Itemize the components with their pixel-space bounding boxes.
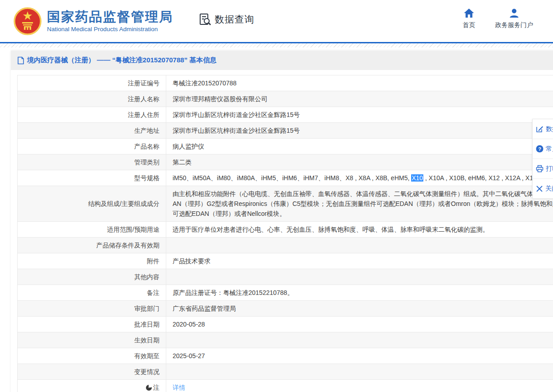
breadcrumb: 境内医疗器械（注册） —— “粤械注准20152070788” 基本信息 <box>11 51 553 70</box>
org-name-cn: 国家药品监督管理局 <box>47 9 173 24</box>
row-value: 病人监护仪 <box>166 139 553 154</box>
row-label-text: 注 <box>153 384 159 391</box>
table-row: 有效期至2025-05-27 <box>18 348 553 364</box>
stripe-band <box>0 43 553 47</box>
org-name-en: National Medical Products Administration <box>47 26 173 33</box>
data-query-icon <box>198 13 212 26</box>
row-value: 原产品注册证号：粤械注准20152210788。 <box>166 285 553 301</box>
row-value: 产品技术要求 <box>166 253 553 269</box>
note-circle-icon <box>146 385 152 391</box>
row-label: 注册人名称 <box>18 91 166 107</box>
table-row: 注册人住所深圳市坪山新区坑梓街道金沙社区金辉路15号 <box>18 107 553 123</box>
row-value: iM50、iM50A、iM80、iM80A、iHM5、iHM6、iHM7、iHM… <box>166 170 553 186</box>
row-label: 产品储存条件及有效期 <box>18 238 166 253</box>
table-row: 产品储存条件及有效期 <box>18 238 553 253</box>
table-row: 注详情 <box>18 380 553 392</box>
row-label: 型号规格 <box>18 170 166 186</box>
side-panel-label: 数据 <box>546 125 553 133</box>
row-value <box>166 269 553 285</box>
question-icon: ? <box>536 145 544 153</box>
table-row: 审批部门广东省药品监督管理局 <box>18 301 553 317</box>
side-panel-label: 常见 <box>546 145 553 153</box>
row-label: 生产地址 <box>18 123 166 139</box>
document-icon <box>17 56 24 65</box>
model-text: iM50、iM50A、iM80、iM80A、iHM5、iHM6、iHM7、iHM… <box>173 174 411 182</box>
row-label: 其他内容 <box>18 269 166 285</box>
table-row: 生产地址深圳市坪山新区坑梓街道金沙社区金辉路15号 <box>18 123 553 139</box>
table-row: 变更情况 <box>18 364 553 380</box>
row-label: 批准日期 <box>18 317 166 332</box>
table-row: 适用范围/预期用途适用于医疗单位对患者进行心电、心率、无创血压、脉搏氧饱和度、呼… <box>18 222 553 238</box>
row-value <box>166 364 553 380</box>
detail-table-wrap: 注册证编号粤械注准20152070788注册人名称深圳市理邦精密仪器股份有限公司… <box>17 75 553 392</box>
row-label: 变更情况 <box>18 364 166 380</box>
row-value: 适用于医疗单位对患者进行心电、心率、无创血压、脉搏氧饱和度、呼吸、体温、脉率和呼… <box>166 222 553 238</box>
row-label: 备注 <box>18 285 166 301</box>
row-label: 结构及组成/主要组成成分 <box>18 186 166 222</box>
table-row: 注册证编号粤械注准20152070788 <box>18 75 553 91</box>
table-row: 管理类别第二类 <box>18 154 553 170</box>
table-row: 附件产品技术要求 <box>18 253 553 269</box>
note-detail-link[interactable]: 详情 <box>173 384 185 391</box>
side-panel-item-close[interactable]: 关闭 <box>533 179 553 198</box>
row-value: 2020-05-28 <box>166 317 553 332</box>
data-query-title: 数据查询 <box>198 13 254 26</box>
content-card: 境内医疗器械（注册） —— “粤械注准20152070788” 基本信息 注册证… <box>11 51 553 392</box>
row-value: 2025-05-27 <box>166 348 553 364</box>
table-row: 产品名称病人监护仪 <box>18 139 553 154</box>
row-label: 生效日期 <box>18 332 166 348</box>
user-icon <box>509 8 520 18</box>
nav-portal-label: 政务服务门户 <box>495 21 533 29</box>
row-label: 注册人住所 <box>18 107 166 123</box>
side-panel-label: 打印 <box>546 165 553 173</box>
table-row: 批准日期2020-05-28 <box>18 317 553 332</box>
nav-home-label: 首页 <box>463 21 475 29</box>
row-label: 附件 <box>18 253 166 269</box>
detail-table: 注册证编号粤械注准20152070788注册人名称深圳市理邦精密仪器股份有限公司… <box>17 75 553 392</box>
side-panel-item-data[interactable]: 数据 <box>533 119 553 139</box>
home-icon <box>464 8 474 18</box>
row-value: 由主机和相应功能附件（心电电缆、无创血压袖带、血氧传感器、体温传感器、二氧化碳气… <box>166 186 553 222</box>
row-value: 深圳市坪山新区坑梓街道金沙社区金辉路15号 <box>166 107 553 123</box>
table-row: 结构及组成/主要组成成分由主机和相应功能附件（心电电缆、无创血压袖带、血氧传感器… <box>18 186 553 222</box>
close-icon <box>536 185 543 192</box>
org-title-block: 国家药品监督管理局 National Medical Products Admi… <box>47 9 173 33</box>
row-label: 产品名称 <box>18 139 166 154</box>
side-panel-item-print[interactable]: 打印 <box>533 159 553 179</box>
row-value <box>166 332 553 348</box>
side-panel-item-faq[interactable]: ? 常见 <box>533 139 553 159</box>
data-query-label: 数据查询 <box>215 13 254 26</box>
table-row: 注册人名称深圳市理邦精密仪器股份有限公司 <box>18 91 553 107</box>
edit-icon <box>536 125 544 133</box>
row-value: 第二类 <box>166 154 553 170</box>
row-value: 详情 <box>166 380 553 392</box>
nav-home[interactable]: 首页 <box>463 8 475 29</box>
side-panel-label: 关闭 <box>545 185 553 193</box>
row-value: 深圳市理邦精密仪器股份有限公司 <box>166 91 553 107</box>
row-value: 粤械注准20152070788 <box>166 75 553 91</box>
row-label: 注 <box>18 380 166 392</box>
svg-text:?: ? <box>538 146 541 152</box>
row-label: 审批部门 <box>18 301 166 317</box>
nmpa-emblem-icon <box>14 7 42 35</box>
row-label: 管理类别 <box>18 154 166 170</box>
breadcrumb-text: 境内医疗器械（注册） —— “粤械注准20152070788” 基本信息 <box>27 56 216 65</box>
model-highlighted-text: X10 <box>411 174 423 182</box>
side-tools-panel: 数据 ? 常见 打印 关闭 <box>532 119 553 199</box>
table-row: 其他内容 <box>18 269 553 285</box>
nav-portal[interactable]: 政务服务门户 <box>495 8 533 29</box>
row-label: 有效期至 <box>18 348 166 364</box>
row-value: 深圳市坪山新区坑梓街道金沙社区金辉路15号 <box>166 123 553 139</box>
printer-icon <box>536 165 544 173</box>
table-row: 生效日期 <box>18 332 553 348</box>
row-label: 适用范围/预期用途 <box>18 222 166 238</box>
row-value: 广东省药品监督管理局 <box>166 301 553 317</box>
row-value <box>166 238 553 253</box>
page-header: 国家药品监督管理局 National Medical Products Admi… <box>0 0 553 42</box>
table-row: 备注原产品注册证号：粤械注准20152210788。 <box>18 285 553 301</box>
row-label: 注册证编号 <box>18 75 166 91</box>
header-nav: 首页 政务服务门户 <box>463 8 533 29</box>
table-row: 型号规格iM50、iM50A、iM80、iM80A、iHM5、iHM6、iHM7… <box>18 170 553 186</box>
